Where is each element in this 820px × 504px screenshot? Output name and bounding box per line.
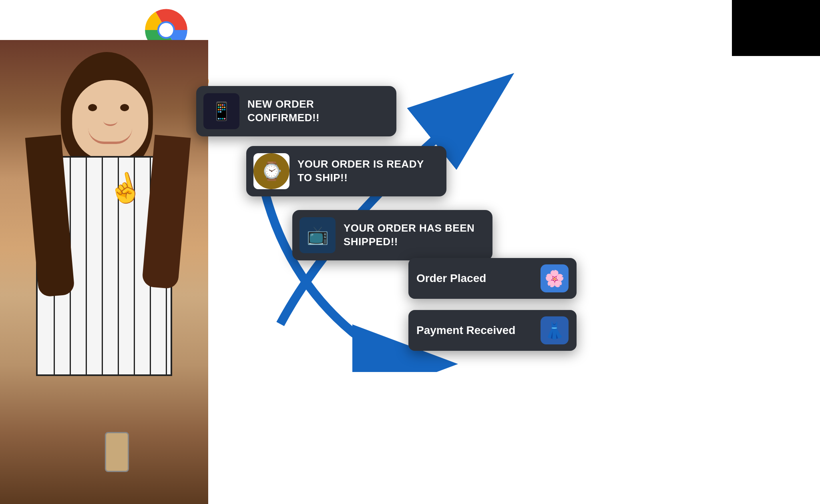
small-card-payment-received: Payment Received 👗 [408, 310, 577, 351]
order-placed-label: Order Placed [416, 272, 486, 285]
svg-point-2 [159, 23, 173, 37]
woman-image: ☝️ [0, 40, 208, 504]
product-image-watch: ⌚ [253, 153, 289, 189]
product-image-phone: 📱 [203, 93, 239, 129]
notification-order-confirmed-text: NEW ORDER CONFIRMED!! [247, 98, 384, 125]
product-image-tv: 📺 [299, 217, 336, 253]
small-card-order-placed: Order Placed 🌸 [408, 258, 577, 299]
tv-icon: 📺 [299, 217, 336, 253]
phone-icon: 📱 [203, 93, 239, 129]
notification-order-shipped: 📺 YOUR ORDER HAS BEEN SHIPPED!! [292, 210, 492, 260]
payment-received-label: Payment Received [416, 324, 515, 337]
payment-received-icon: 👗 [541, 316, 569, 344]
notification-order-shipped-text: YOUR ORDER HAS BEEN SHIPPED!! [344, 222, 480, 249]
notification-order-confirmed: 📱 NEW ORDER CONFIRMED!! [196, 86, 396, 136]
notification-order-ready: ⌚ YOUR ORDER IS READY TO SHIP!! [246, 146, 446, 196]
watch-icon: ⌚ [253, 153, 289, 189]
decorative-corner [732, 0, 820, 56]
notification-order-ready-text: YOUR ORDER IS READY TO SHIP!! [297, 158, 434, 185]
order-placed-icon: 🌸 [541, 264, 569, 292]
